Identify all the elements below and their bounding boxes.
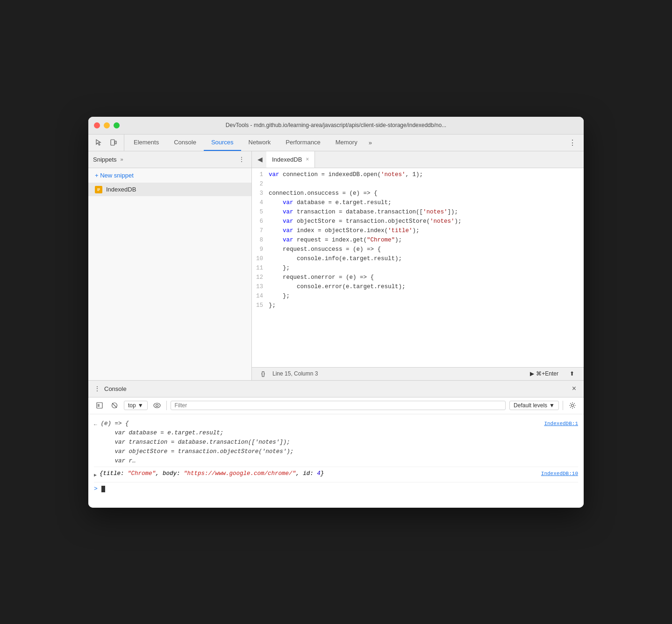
code-line-3: 3 connection.onsuccess = (e) => { <box>252 189 584 198</box>
svg-point-8 <box>154 403 160 408</box>
editor-tab-name: IndexedDB <box>272 156 302 163</box>
console-header-left: ⋮ Console <box>94 385 127 392</box>
close-button[interactable] <box>94 122 100 128</box>
code-line-9: 9 request.onsuccess = (e) => { <box>252 245 584 254</box>
prompt-arrow-icon: > <box>94 484 98 494</box>
svg-rect-1 <box>115 141 116 144</box>
tab-memory[interactable]: Memory <box>328 135 365 151</box>
object-expand-triangle[interactable]: ▶ <box>94 469 97 480</box>
levels-selector[interactable]: Default levels ▼ <box>509 401 559 410</box>
snippets-title: Snippets <box>93 156 117 163</box>
context-label: top <box>128 402 136 409</box>
code-line-8: 8 var request = index.get("Chrome"); <box>252 235 584 245</box>
snippet-name: IndexedDB <box>106 186 136 193</box>
console-entry-arrow: ← <box>94 419 97 429</box>
context-selector[interactable]: top ▼ <box>124 401 148 410</box>
prompt-cursor <box>101 486 105 492</box>
filter-input[interactable] <box>171 401 506 410</box>
run-play-icon: ▶ <box>530 370 534 377</box>
maximize-button[interactable] <box>114 122 120 128</box>
code-line-13: 13 console.error(e.target.result); <box>252 282 584 291</box>
tab-console[interactable]: Console <box>166 135 204 151</box>
console-close-button[interactable]: × <box>570 383 578 394</box>
snippets-header: Snippets » ⋮ <box>88 151 251 168</box>
snippets-chevron-icon: » <box>121 156 123 162</box>
levels-arrow: ▼ <box>549 402 555 409</box>
snippets-title-row: Snippets » <box>93 156 123 163</box>
console-entry-2: ▶ {title: "Chrome", body: "https://www.g… <box>94 467 578 482</box>
console-toolbar: top ▼ Default levels ▼ <box>88 397 584 414</box>
window-controls <box>94 122 120 128</box>
code-line-7: 7 var index = objectStore.index('title')… <box>252 226 584 235</box>
levels-label: Default levels <box>514 402 547 409</box>
device-icon[interactable] <box>107 136 120 149</box>
console-run-button[interactable] <box>94 400 105 411</box>
console-clear-button[interactable] <box>109 400 120 411</box>
new-snippet-label: + New snippet <box>95 172 134 179</box>
code-line-1: 1 var connection = indexedDB.open('notes… <box>252 170 584 179</box>
status-right: ▶ ⌘+Enter ⬆ <box>526 369 578 378</box>
editor-panel: ◀ IndexedDB × 1 var connection = indexed… <box>252 151 584 380</box>
console-prompt[interactable]: > <box>94 482 578 496</box>
code-line-2: 2 <box>252 179 584 189</box>
context-dropdown-arrow: ▼ <box>138 402 143 409</box>
title-bar: DevTools - mdn.github.io/learning-area/j… <box>88 117 584 135</box>
run-button[interactable]: ▶ ⌘+Enter <box>526 369 562 378</box>
window-title: DevTools - mdn.github.io/learning-area/j… <box>226 122 446 128</box>
main-content: Snippets » ⋮ + New snippet IndexedDB <box>88 151 584 380</box>
status-left: {} Line 15, Column 3 <box>257 369 318 378</box>
code-line-12: 12 request.onerror = (e) => { <box>252 273 584 282</box>
code-line-15: 15 }; <box>252 301 584 310</box>
code-line-10: 10 console.info(e.target.result); <box>252 254 584 263</box>
console-source-link-2[interactable]: IndexedDB:10 <box>541 469 578 478</box>
expand-button[interactable]: ⬆ <box>566 369 578 378</box>
cursor-position: Line 15, Column 3 <box>272 370 318 377</box>
more-tabs-button[interactable]: » <box>365 135 376 151</box>
console-header: ⋮ Console × <box>88 381 584 397</box>
console-entry-1: ← (e) => { var database = e.target.resul… <box>94 418 578 467</box>
format-button[interactable]: {} <box>257 369 269 378</box>
code-line-6: 6 var objectStore = transaction.objectSt… <box>252 217 584 226</box>
svg-rect-0 <box>111 140 114 145</box>
devtools-toolbar: Elements Console Sources Network Perform… <box>88 135 584 151</box>
snippets-panel: Snippets » ⋮ + New snippet IndexedDB <box>88 151 252 380</box>
eye-button[interactable] <box>151 400 163 411</box>
tab-sources[interactable]: Sources <box>204 135 241 151</box>
console-source-link-1[interactable]: IndexedDB:1 <box>544 419 578 428</box>
object-content: {title: "Chrome", body: "https://www.goo… <box>100 469 537 478</box>
editor-tab-indexeddb[interactable]: IndexedDB × <box>266 151 315 168</box>
tab-network[interactable]: Network <box>241 135 279 151</box>
code-editor[interactable]: 1 var connection = indexedDB.open('notes… <box>252 168 584 367</box>
code-line-11: 11 }; <box>252 263 584 273</box>
editor-tab-close-button[interactable]: × <box>306 156 309 163</box>
console-code-text: (e) => { var database = e.target.result;… <box>101 420 294 464</box>
snippets-more-button[interactable]: ⋮ <box>236 155 247 164</box>
console-entry-content: (e) => { var database = e.target.result;… <box>101 419 541 466</box>
devtools-window: DevTools - mdn.github.io/learning-area/j… <box>88 117 584 508</box>
console-panel: ⋮ Console × top ▼ <box>88 380 584 508</box>
format-icon: {} <box>261 370 265 377</box>
toolbar-divider2 <box>563 401 563 410</box>
tab-performance[interactable]: Performance <box>278 135 328 151</box>
minimize-button[interactable] <box>104 122 110 128</box>
new-snippet-button[interactable]: + New snippet <box>88 168 251 183</box>
svg-point-10 <box>572 404 574 407</box>
svg-point-9 <box>156 404 158 407</box>
toolbar-icons <box>92 135 124 151</box>
console-output: ← (e) => { var database = e.target.resul… <box>88 414 584 508</box>
inspect-icon[interactable] <box>92 136 105 149</box>
code-line-5: 5 var transaction = database.transaction… <box>252 207 584 217</box>
expand-icon: ⬆ <box>570 370 574 377</box>
status-bar: {} Line 15, Column 3 ▶ ⌘+Enter ⬆ <box>252 367 584 380</box>
gear-button[interactable] <box>567 400 578 411</box>
nav-tabs: Elements Console Sources Network Perform… <box>126 135 565 151</box>
editor-back-button[interactable]: ◀ <box>254 154 266 165</box>
svg-rect-3 <box>97 403 102 408</box>
console-options-button[interactable]: ⋮ <box>94 385 100 392</box>
devtools-menu-button[interactable]: ⋮ <box>565 135 580 151</box>
code-line-4: 4 var database = e.target.result; <box>252 198 584 207</box>
snippet-item-indexeddb[interactable]: IndexedDB <box>88 183 251 196</box>
toolbar-divider <box>166 401 167 410</box>
run-shortcut: ⌘+Enter <box>536 370 558 377</box>
tab-elements[interactable]: Elements <box>126 135 166 151</box>
